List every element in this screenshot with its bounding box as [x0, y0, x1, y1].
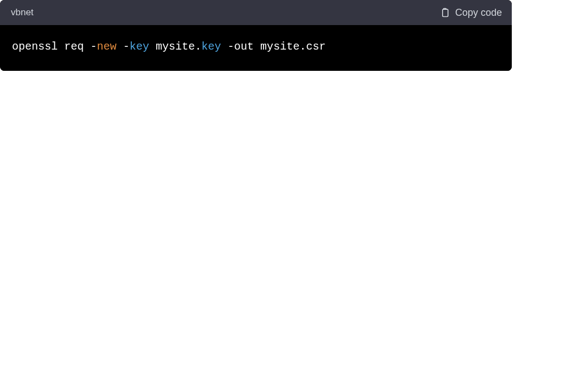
copy-code-button[interactable]: Copy code — [439, 7, 502, 19]
code-block: vbnet Copy code openssl req -new -key my… — [0, 0, 512, 71]
language-label: vbnet — [11, 7, 34, 18]
clipboard-icon — [439, 7, 450, 18]
code-token-keyword: key — [130, 40, 149, 53]
code-token-keyword: new — [97, 40, 117, 53]
code-token-keyword: key — [201, 40, 221, 53]
code-token: - — [117, 40, 130, 53]
copy-code-label: Copy code — [455, 7, 502, 19]
code-token: openssl req - — [12, 40, 97, 53]
code-token: mysite. — [149, 40, 201, 53]
code-body: openssl req -new -key mysite.key -out my… — [0, 25, 512, 71]
svg-rect-0 — [443, 9, 448, 16]
code-token: -out mysite.csr — [221, 40, 326, 53]
code-line: openssl req -new -key mysite.key -out my… — [12, 39, 500, 54]
code-header: vbnet Copy code — [0, 0, 512, 25]
